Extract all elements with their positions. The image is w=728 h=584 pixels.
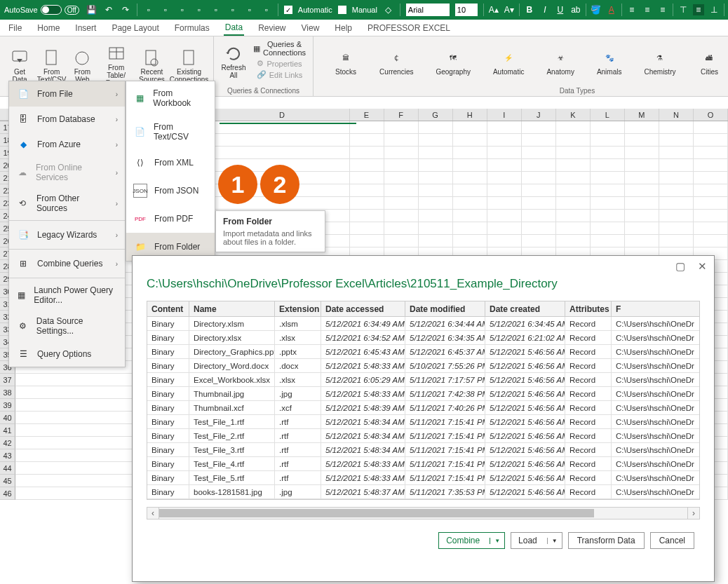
cell[interactable] [487,210,522,222]
properties-button[interactable]: ⚙Properties [250,58,309,69]
cancel-button[interactable]: Cancel [650,532,694,549]
cell[interactable] [556,159,591,172]
geography-type-button[interactable]: 🗺Geography [433,39,473,86]
cell[interactable] [453,235,487,247]
cell[interactable] [522,222,556,235]
table-row[interactable]: Binarybooks-1281581.jpg.jpg5/12/2021 5:4… [147,485,699,499]
cell[interactable] [591,134,625,147]
bold-icon[interactable]: B [524,4,535,15]
tab-home[interactable]: Home [36,21,61,35]
cell[interactable] [453,210,487,222]
cell[interactable] [384,235,419,247]
cell[interactable] [625,235,659,247]
tab-view[interactable]: View [300,21,321,35]
horizontal-scrollbar[interactable]: ‹ › [147,507,700,520]
submenu-from-json[interactable]: JSON From JSON [126,177,215,205]
cell[interactable] [384,210,419,222]
cell[interactable] [625,222,659,235]
cell[interactable] [453,159,487,172]
qat-icon[interactable]: ▫ [261,4,272,15]
combine-button[interactable]: Combine ▼ [438,532,505,549]
cell[interactable] [659,184,694,197]
col-header[interactable]: M [625,109,659,121]
cell[interactable] [556,172,591,184]
font-family-select[interactable]: Arial [406,4,450,16]
cell[interactable] [694,134,728,147]
col-folder[interactable]: F [612,301,696,316]
tab-file[interactable]: File [7,21,23,35]
cell[interactable] [350,147,384,159]
menu-combine-queries[interactable]: ⊞ Combine Queries › [9,251,125,276]
cell[interactable] [384,147,419,159]
cell[interactable] [419,197,453,210]
decrease-font-icon[interactable]: A▾ [504,4,515,15]
tab-page-layout[interactable]: Page Layout [110,21,160,35]
menu-from-file[interactable]: 📄 From File › [9,81,125,107]
cell[interactable] [556,222,591,235]
qat-icon[interactable]: ▫ [177,4,188,15]
cell[interactable] [659,134,694,147]
cell[interactable] [591,197,625,210]
cell[interactable] [419,134,453,147]
cell[interactable] [625,147,659,159]
cell[interactable] [384,172,419,184]
refresh-all-button[interactable]: Refresh All [218,39,249,86]
col-header[interactable]: N [659,109,694,121]
cell[interactable] [591,121,625,134]
cell[interactable] [215,147,349,159]
row-header[interactable]: 45 [0,475,15,487]
cell[interactable] [487,121,522,134]
col-date-created[interactable]: Date created [485,301,565,316]
table-row[interactable]: BinaryExcel_Workbook.xlsx.xlsx5/12/2021 … [147,373,699,387]
qat-icon[interactable]: ▫ [244,4,255,15]
row-header[interactable]: 37 [0,374,15,386]
align-top-icon[interactable]: ⊤ [678,4,689,15]
underline-icon[interactable]: U [555,4,566,15]
cell[interactable] [625,172,659,184]
col-content[interactable]: Content [147,301,189,316]
cell[interactable] [350,210,384,222]
close-icon[interactable]: ✕ [698,260,707,273]
qat-icon[interactable]: ▫ [160,4,171,15]
qat-icon[interactable]: ▫ [227,4,238,15]
font-color-icon[interactable]: A [606,4,617,15]
table-row[interactable]: BinaryDirectory.xlsx.xlsx5/12/2021 6:34:… [147,331,699,345]
cell[interactable] [419,235,453,247]
scroll-right-icon[interactable]: › [687,507,700,520]
tab-insert[interactable]: Insert [74,21,97,35]
cell[interactable] [419,184,453,197]
fill-color-icon[interactable]: 🪣 [591,4,602,15]
cell[interactable] [384,222,419,235]
cell[interactable] [487,222,522,235]
col-header[interactable]: L [591,109,625,121]
chemistry-type-button[interactable]: ⚗Chemistry [641,39,678,86]
cell[interactable] [659,147,694,159]
qat-icon[interactable]: ▫ [194,4,205,15]
cell[interactable] [419,159,453,172]
cell[interactable] [659,222,694,235]
edit-links-button[interactable]: 🔗Edit Links [250,69,309,80]
tab-formulas[interactable]: Formulas [173,21,211,35]
cell[interactable] [556,121,591,134]
cell[interactable] [694,184,728,197]
cell[interactable] [659,172,694,184]
menu-data-source-settings[interactable]: ⚙ Data Source Settings... [9,311,125,341]
qat-icon[interactable]: ▫ [143,4,154,15]
row-header[interactable]: 44 [0,462,15,475]
col-header[interactable]: E [350,109,384,121]
cell[interactable] [522,134,556,147]
col-header[interactable]: D [215,109,349,121]
submenu-from-xml[interactable]: ⟨⟩ From XML [126,149,215,177]
tab-review[interactable]: Review [257,21,287,35]
cell[interactable] [694,172,728,184]
table-row[interactable]: BinaryThumbnail.jpg.jpg5/12/2021 5:48:33… [147,387,699,401]
menu-from-azure[interactable]: ◆ From Azure › [9,132,125,157]
align-bottom-icon[interactable]: ⊥ [708,4,720,15]
cell[interactable] [591,210,625,222]
cell[interactable] [556,184,591,197]
menu-query-options[interactable]: ☰ Query Options [9,341,125,367]
queries-connections-button[interactable]: ▦Queries & Connections [250,39,309,57]
table-row[interactable]: BinaryDirectory_Graphics.pptx.pptx5/12/2… [147,345,699,359]
col-name[interactable]: Name [189,301,275,316]
cell[interactable] [659,121,694,134]
